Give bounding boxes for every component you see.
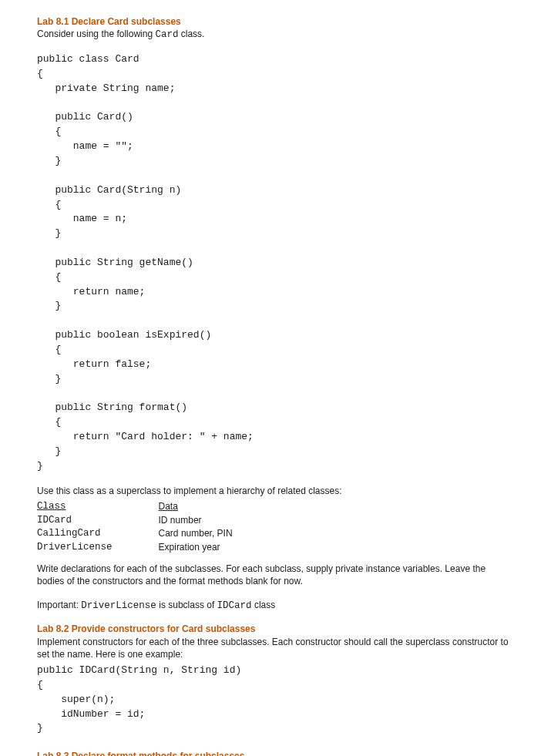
lab-8-1-title: Lab 8.1 Declare Card subclasses [37, 15, 514, 28]
header-data: Data [159, 500, 279, 514]
lab-8-1-intro: Consider using the following Card class. [37, 28, 514, 42]
class-hierarchy-table: Class Data IDCard ID number CallingCard … [37, 500, 279, 556]
text: Consider using the following [37, 29, 155, 39]
table-row: IDCard ID number [37, 514, 279, 528]
text: is subclass of [156, 600, 217, 610]
table-row: CallingCard Card number, PIN [37, 527, 279, 541]
lab-8-2-body: Implement constructors for each of the t… [37, 636, 514, 660]
cell-class: CallingCard [37, 527, 159, 541]
lab-8-3-section: Lab 8.3 Declare format methods for subcl… [37, 750, 514, 756]
lab-8-3-title: Lab 8.3 Declare format methods for subcl… [37, 750, 514, 756]
header-class: Class [37, 500, 159, 514]
cell-data: Expiration year [159, 541, 279, 555]
code-inline: Card [155, 29, 178, 40]
cell-class: IDCard [37, 514, 159, 528]
important-note: Important: DriverLicense is subclass of … [37, 599, 514, 613]
card-class-code: public class Card { private String name;… [37, 52, 514, 473]
lab-8-2-title: Lab 8.2 Provide constructors for Card su… [37, 623, 514, 635]
write-declarations-text: Write declarations for each of the subcl… [37, 563, 514, 587]
idcard-constructor-code: public IDCard(String n, String id) { sup… [37, 664, 514, 736]
code-inline: DriverLicense [81, 600, 156, 611]
use-as-superclass-text: Use this class as a superclass to implem… [37, 485, 514, 497]
table-header-row: Class Data [37, 500, 279, 514]
text: class. [178, 29, 204, 39]
spacer [37, 739, 514, 750]
cell-class: DriverLicense [37, 541, 159, 555]
spacer [37, 477, 514, 485]
lab-8-1-section: Lab 8.1 Declare Card subclasses Consider… [37, 15, 514, 42]
cell-data: Card number, PIN [159, 527, 279, 541]
lab-8-2-section: Lab 8.2 Provide constructors for Card su… [37, 623, 514, 736]
cell-data: ID number [159, 514, 279, 528]
text: Important: [37, 600, 81, 610]
code-inline: IDCard [217, 600, 252, 611]
table-row: DriverLicense Expiration year [37, 541, 279, 555]
text: class [252, 600, 276, 610]
